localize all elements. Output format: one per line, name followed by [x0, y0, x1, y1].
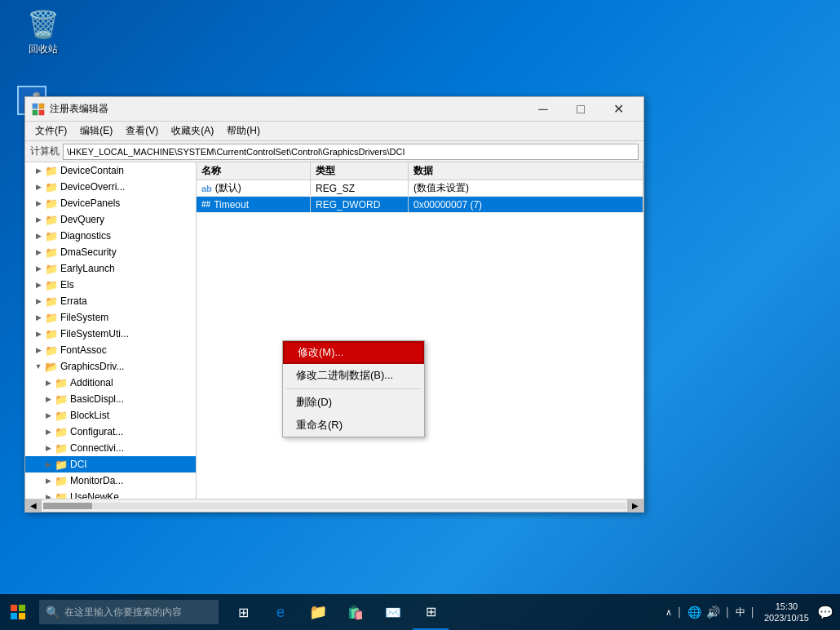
tray-separator3: │	[750, 607, 756, 617]
tree-item-errata[interactable]: ▶ 📁 Errata	[25, 293, 196, 309]
explorer-icon[interactable]: 📁	[300, 594, 336, 630]
tree-item-basicdispl[interactable]: ▶ 📁 BasicDispl...	[25, 391, 196, 407]
close-button[interactable]: ✕	[599, 97, 637, 122]
ctx-separator	[286, 388, 421, 389]
system-tray-icons: ∧ │ 🌐 🔊 │ 中 │	[665, 606, 756, 619]
menu-view[interactable]: 查看(V)	[119, 122, 165, 140]
taskbar: 🔍 在这里输入你要搜索的内容 ⊞ e 📁 🛍️ ✉️ ⊞ ∧ │ 🌐 🔊 │ 中…	[0, 594, 840, 630]
tree-item-additional[interactable]: ▶ 📁 Additional	[25, 375, 196, 391]
taskbar-right: ∧ │ 🌐 🔊 │ 中 │ 15:30 2023/10/15 💬	[665, 601, 840, 624]
folder-icon: 📁	[45, 181, 58, 193]
svg-rect-6	[11, 613, 17, 619]
folder-icon: 📂	[45, 361, 58, 373]
folder-icon: 📁	[55, 426, 68, 438]
folder-icon: 📁	[45, 214, 58, 226]
ctx-item-modify[interactable]: 修改(M)...	[283, 341, 424, 364]
start-button[interactable]	[0, 594, 36, 630]
tree-item-blocklist[interactable]: ▶ 📁 BlockList	[25, 407, 196, 424]
tree-item-fontassoc[interactable]: ▶ 📁 FontAssoc	[25, 342, 196, 358]
expand-icon: ▶	[33, 296, 43, 306]
tray-separator2: │	[725, 607, 731, 617]
col-header-data: 数据	[409, 162, 643, 180]
tree-item-dci[interactable]: ▶ 📁 DCI	[25, 456, 196, 472]
folder-icon: 📁	[55, 459, 68, 471]
ctx-item-rename[interactable]: 重命名(R)	[283, 414, 424, 437]
window-content: ▶ 📁 DeviceContain ▶ 📁 DeviceOverri... ▶ …	[25, 162, 643, 499]
expand-icon: ▶	[43, 378, 53, 388]
window-title: 注册表编辑器	[50, 102, 524, 116]
menu-edit[interactable]: 编辑(E)	[73, 122, 119, 140]
list-row-timeout[interactable]: ## Timeout REG_DWORD 0x00000007 (7)	[197, 197, 643, 213]
tree-item-els[interactable]: ▶ 📁 Els	[25, 277, 196, 293]
tree-item-devicecontain[interactable]: ▶ 📁 DeviceContain	[25, 162, 196, 179]
chevron-up-icon[interactable]: ∧	[665, 607, 672, 618]
scroll-right[interactable]: ▶	[627, 499, 643, 512]
folder-icon: 📁	[55, 393, 68, 406]
folder-icon: 📁	[55, 475, 68, 487]
taskbar-icons: ⊞ e 📁 🛍️ ✉️ ⊞	[225, 594, 449, 630]
scroll-thumb[interactable]	[43, 503, 92, 509]
folder-icon: 📁	[45, 165, 58, 177]
desktop: 🗑️ 回收站 🎤 Mic 注册表编辑器 ─ □ ✕	[0, 0, 840, 630]
tree-item-diagnostics[interactable]: ▶ 📁 Diagnostics	[25, 228, 196, 244]
expand-icon: ▶	[43, 410, 53, 420]
notification-icon[interactable]: 💬	[817, 605, 833, 620]
scroll-track[interactable]	[43, 503, 626, 509]
store-icon[interactable]: 🛍️	[338, 594, 374, 630]
tray-separator: │	[677, 607, 683, 617]
list-row-default[interactable]: ab (默认) REG_SZ (数值未设置)	[197, 180, 643, 197]
volume-icon[interactable]: 🔊	[706, 606, 720, 619]
row-timeout-type: REG_DWORD	[311, 197, 409, 212]
ctx-item-delete[interactable]: 删除(D)	[283, 391, 424, 414]
tree-item-graphicsdriv[interactable]: ▼ 📂 GraphicsDriv...	[25, 358, 196, 375]
expand-icon: ▶	[33, 166, 43, 175]
tree-item-usenewke[interactable]: ▶ 📁 UseNewKe...	[25, 489, 196, 499]
tree-item-earlylaunch[interactable]: ▶ 📁 EarlyLaunch	[25, 260, 196, 277]
folder-icon: 📁	[45, 344, 58, 357]
taskbar-clock[interactable]: 15:30 2023/10/15	[759, 601, 814, 624]
tree-item-dmasecurity[interactable]: ▶ 📁 DmaSecurity	[25, 244, 196, 260]
expand-icon: ▶	[43, 492, 53, 499]
tree-item-configurat[interactable]: ▶ 📁 Configurat...	[25, 424, 196, 440]
recycle-bin-icon[interactable]: 🗑️ 回收站	[15, 8, 72, 56]
active-app-icon[interactable]: ⊞	[413, 594, 449, 630]
minimize-button[interactable]: ─	[524, 97, 562, 122]
folder-icon: 📁	[45, 328, 58, 340]
hash-icon: ##	[201, 200, 210, 209]
tree-item-filesystemutil[interactable]: ▶ 📁 FileSystemUti...	[25, 326, 196, 342]
list-header: 名称 类型 数据	[197, 162, 643, 180]
svg-rect-2	[33, 110, 38, 115]
edge-icon[interactable]: e	[263, 594, 298, 630]
network-icon[interactable]: 🌐	[687, 606, 701, 619]
mail-icon[interactable]: ✉️	[375, 594, 411, 630]
list-body[interactable]: ab (默认) REG_SZ (数值未设置) ## Timeout REG_DW…	[197, 180, 643, 499]
expand-icon: ▶	[33, 198, 43, 208]
taskbar-search[interactable]: 🔍 在这里输入你要搜索的内容	[39, 600, 219, 624]
svg-rect-4	[11, 605, 17, 611]
scroll-left[interactable]: ◀	[25, 499, 42, 512]
expand-icon: ▶	[43, 459, 53, 469]
menu-help[interactable]: 帮助(H)	[220, 122, 267, 140]
horizontal-scrollbar[interactable]: ◀ ▶	[25, 499, 643, 512]
tree-item-deviceoverri[interactable]: ▶ 📁 DeviceOverri...	[25, 179, 196, 195]
svg-rect-5	[19, 605, 25, 611]
right-panel: 名称 类型 数据 ab (默认) REG_SZ (数值未设置)	[197, 162, 643, 499]
menu-file[interactable]: 文件(F)	[29, 122, 73, 140]
row-default-name: ab (默认)	[197, 180, 311, 196]
folder-icon: 📁	[45, 230, 58, 242]
maximize-button[interactable]: □	[562, 97, 599, 122]
tree-item-devicepanels[interactable]: ▶ 📁 DevicePanels	[25, 195, 196, 211]
recycle-bin-label: 回收站	[29, 42, 58, 56]
address-path[interactable]: \HKEY_LOCAL_MACHINE\SYSTEM\CurrentContro…	[63, 144, 639, 160]
menu-favorites[interactable]: 收藏夹(A)	[165, 122, 220, 140]
language-icon[interactable]: 中	[736, 606, 745, 619]
tree-item-filesystem[interactable]: ▶ 📁 FileSystem	[25, 309, 196, 326]
svg-rect-1	[39, 104, 44, 109]
tree-item-devquery[interactable]: ▶ 📁 DevQuery	[25, 211, 196, 228]
tree-item-connectivi[interactable]: ▶ 📁 Connectivi...	[25, 440, 196, 456]
address-label: 计算机	[30, 144, 60, 158]
taskview-button[interactable]: ⊞	[225, 594, 261, 630]
ctx-item-modify-binary[interactable]: 修改二进制数据(B)...	[283, 364, 424, 387]
tree-item-monitorda[interactable]: ▶ 📁 MonitorDa...	[25, 472, 196, 489]
tree-panel[interactable]: ▶ 📁 DeviceContain ▶ 📁 DeviceOverri... ▶ …	[25, 162, 197, 499]
